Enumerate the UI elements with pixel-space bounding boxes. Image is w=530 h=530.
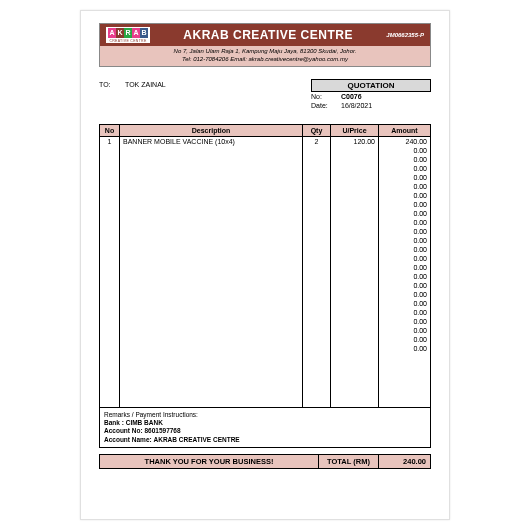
cell-desc [120,164,303,173]
quote-no: C0076 [341,93,431,100]
spacer-row [100,371,431,380]
cell-desc [120,245,303,254]
cell-price [331,335,379,344]
table-row: 0.00 [100,146,431,155]
cell-no [100,317,120,326]
cell-price [331,317,379,326]
cell-qty [303,191,331,200]
cell-no [100,326,120,335]
cell-desc [120,290,303,299]
cell-qty [303,281,331,290]
cell-qty [303,335,331,344]
cell-desc [120,272,303,281]
logo-letter: A [108,28,116,38]
cell-no: 1 [100,136,120,146]
col-no: No [100,124,120,136]
spacer-row [100,380,431,389]
to-block: TO: TOK ZAINAL [99,79,301,110]
cell-desc [120,263,303,272]
cell-amount: 0.00 [379,245,431,254]
logo-letter: B [140,28,148,38]
table-row: 1BANNER MOBILE VACCINE (10x4)2120.00240.… [100,136,431,146]
cell-price [331,344,379,353]
cell-price [331,182,379,191]
cell-no [100,191,120,200]
cell-no [100,173,120,182]
cell-amount: 0.00 [379,290,431,299]
table-row: 0.00 [100,218,431,227]
bank-label: Bank : [104,419,124,426]
spacer-row [100,362,431,371]
cell-desc [120,236,303,245]
cell-qty [303,155,331,164]
cell-desc [120,173,303,182]
cell-amount: 0.00 [379,182,431,191]
cell-price [331,218,379,227]
quote-date-label: Date: [311,102,341,109]
table-row: 0.00 [100,281,431,290]
table-row: 0.00 [100,164,431,173]
header-contact: No 7, Jalan Ulam Raja 1, Kampung Maju Ja… [100,46,430,66]
cell-desc [120,254,303,263]
cell-qty [303,200,331,209]
cell-qty [303,299,331,308]
cell-no [100,164,120,173]
remarks-block: Remarks / Payment Instructions: Bank : C… [99,408,431,449]
table-row: 0.00 [100,290,431,299]
cell-amount: 0.00 [379,146,431,155]
cell-qty [303,290,331,299]
table-row: 0.00 [100,227,431,236]
col-amount: Amount [379,124,431,136]
company-name: AKRAB CREATIVE CENTRE [150,28,386,42]
cell-qty [303,236,331,245]
cell-amount: 0.00 [379,335,431,344]
table-header-row: No Description Qty U/Price Amount [100,124,431,136]
cell-price [331,236,379,245]
cell-qty [303,227,331,236]
cell-price [331,173,379,182]
cell-qty [303,344,331,353]
cell-price [331,155,379,164]
cell-price [331,245,379,254]
table-row: 0.00 [100,191,431,200]
cell-amount: 0.00 [379,236,431,245]
cell-price [331,191,379,200]
cell-amount: 0.00 [379,299,431,308]
cell-desc [120,155,303,164]
cell-price [331,326,379,335]
cell-price [331,200,379,209]
table-row: 0.00 [100,245,431,254]
quote-date: 16/8/2021 [341,102,431,109]
cell-qty [303,173,331,182]
cell-price [331,281,379,290]
cell-amount: 0.00 [379,155,431,164]
logo-letter: K [116,28,124,38]
total-label: TOTAL (RM) [319,454,379,469]
spacer-row [100,353,431,362]
cell-desc [120,218,303,227]
cell-amount: 0.00 [379,344,431,353]
cell-price [331,263,379,272]
cell-price [331,209,379,218]
spacer-row [100,398,431,408]
cell-no [100,155,120,164]
cell-amount: 0.00 [379,308,431,317]
table-row: 0.00 [100,299,431,308]
logo: A K R A B CREATIVE CENTRE [106,27,150,43]
cell-desc [120,182,303,191]
cell-amount: 0.00 [379,200,431,209]
address-line: No 7, Jalan Ulam Raja 1, Kampung Maju Ja… [104,48,426,56]
cell-qty [303,182,331,191]
to-label: TO: [99,81,117,110]
cell-no [100,236,120,245]
cell-price [331,164,379,173]
cell-no [100,308,120,317]
quotation-block: QUOTATION No: C0076 Date: 16/8/2021 [311,79,431,110]
cell-no [100,218,120,227]
footer-row: THANK YOU FOR YOUR BUSINESS! TOTAL (RM) … [99,454,431,469]
cell-no [100,209,120,218]
table-row: 0.00 [100,326,431,335]
cell-desc [120,308,303,317]
cell-amount: 0.00 [379,227,431,236]
cell-desc [120,281,303,290]
